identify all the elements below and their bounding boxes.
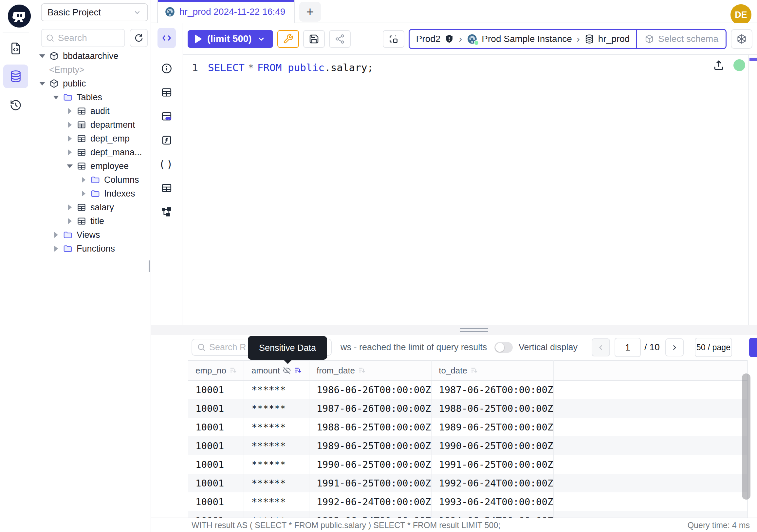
tree-node[interactable]: audit	[31, 104, 150, 118]
table-cell[interactable]: ******	[244, 436, 309, 455]
tree-node[interactable]: department	[31, 118, 150, 132]
info-icon[interactable]	[161, 63, 172, 74]
tree-caret-icon[interactable]	[66, 149, 73, 156]
tree-caret-icon[interactable]	[52, 94, 60, 101]
tree-caret-icon[interactable]	[66, 163, 73, 170]
table-cell[interactable]: ******	[244, 455, 309, 474]
vertical-display-toggle[interactable]	[495, 342, 513, 353]
table-cell[interactable]: 10001	[188, 474, 244, 492]
table-cell[interactable]: 1992-06-24T00:00:00Z	[309, 492, 431, 511]
tree-caret-icon[interactable]	[52, 231, 60, 238]
table-cell[interactable]: 1993-06-24T00:00:00Z	[309, 511, 431, 517]
share-button[interactable]	[329, 30, 351, 48]
select-schema-button[interactable]: Select schema	[637, 30, 726, 48]
table-cell[interactable]: 10001	[188, 455, 244, 474]
tree-caret-icon[interactable]	[39, 66, 46, 73]
tree-node[interactable]: Columns	[31, 173, 150, 187]
table-cell[interactable]: 1989-06-25T00:00:00Z	[431, 418, 553, 436]
tree-node[interactable]: Functions	[31, 242, 150, 256]
table-cell[interactable]: 10001	[188, 436, 244, 455]
table-cell[interactable]: 1991-06-25T00:00:00Z	[309, 474, 431, 492]
table-icon[interactable]	[161, 86, 172, 98]
table-cell[interactable]: ******	[244, 474, 309, 492]
table-cell[interactable]: 1993-06-24T00:00:00Z	[431, 492, 553, 511]
code-panel-toggle[interactable]	[158, 28, 176, 48]
table-row[interactable]: 10001******1988-06-25T00:00:00Z1989-06-2…	[188, 418, 747, 436]
tree-refresh-button[interactable]	[130, 29, 148, 47]
table-cell[interactable]: 1990-06-25T00:00:00Z	[309, 455, 431, 474]
table-cell[interactable]: ******	[244, 399, 309, 418]
table-cell[interactable]: ******	[244, 492, 309, 511]
editor-scrollbar[interactable]	[748, 55, 757, 325]
connection-breadcrumb[interactable]: Prod2 › Prod Sample Instance › hr_prod	[409, 30, 637, 48]
tree-node[interactable]: salary	[31, 201, 150, 214]
new-tab-button[interactable]: +	[299, 2, 321, 22]
table-cell[interactable]: 1986-06-26T00:00:00Z	[309, 380, 431, 399]
schema-diagram-icon[interactable]	[161, 206, 172, 218]
batch-query-button[interactable]	[383, 30, 404, 48]
table-cell[interactable]: 10001	[188, 418, 244, 436]
table-cell[interactable]: 1987-06-26T00:00:00Z	[309, 399, 431, 418]
table-cell[interactable]: 1992-06-24T00:00:00Z	[431, 474, 553, 492]
table-cell[interactable]: 1987-06-26T00:00:00Z	[431, 380, 553, 399]
column-header-emp_no[interactable]: emp_no	[188, 361, 244, 380]
table-cell[interactable]: 10001	[188, 511, 244, 517]
save-button[interactable]	[303, 30, 325, 48]
next-page-button[interactable]	[665, 338, 684, 357]
tree-node[interactable]: dept_mana...	[31, 145, 150, 159]
function-icon[interactable]	[161, 134, 172, 146]
table-cell[interactable]: 1988-06-25T00:00:00Z	[309, 418, 431, 436]
table-cell[interactable]: 1990-06-25T00:00:00Z	[431, 436, 553, 455]
sql-editor[interactable]: 1 SELECT*FROM public.salary;	[183, 55, 748, 325]
bytebase-logo[interactable]	[8, 5, 31, 27]
tree-node[interactable]: employee	[31, 159, 150, 173]
tree-caret-icon[interactable]	[39, 80, 46, 87]
tree-caret-icon[interactable]	[66, 135, 73, 142]
tree-node[interactable]: public	[31, 77, 150, 90]
tree-node[interactable]: title	[31, 214, 150, 228]
user-avatar[interactable]: DE	[731, 4, 751, 25]
page-size-select[interactable]: 50 / page	[695, 338, 732, 357]
table-cell[interactable]: 1989-06-25T00:00:00Z	[309, 436, 431, 455]
table-row[interactable]: 10001******1992-06-24T00:00:00Z1993-06-2…	[188, 492, 747, 511]
tree-node[interactable]: Views	[31, 228, 150, 242]
table-secondary-icon[interactable]	[161, 182, 172, 194]
tree-caret-icon[interactable]	[66, 218, 73, 225]
project-selector[interactable]: Basic Project	[41, 3, 148, 21]
tree-caret-icon[interactable]	[80, 176, 87, 183]
table-row[interactable]: 10001******1991-06-25T00:00:00Z1992-06-2…	[188, 474, 747, 492]
table-cell[interactable]: 1988-06-25T00:00:00Z	[431, 399, 553, 418]
table-cell[interactable]: ******	[244, 418, 309, 436]
upload-icon[interactable]	[712, 59, 725, 72]
results-scrollbar[interactable]	[742, 373, 750, 500]
parentheses-icon[interactable]: ()	[161, 158, 172, 170]
tree-caret-icon[interactable]	[66, 108, 73, 115]
table-cell[interactable]: 1994-06-24T00:00:00Z	[431, 511, 553, 517]
format-wrench-button[interactable]	[277, 30, 299, 48]
table-row[interactable]: 10001******1989-06-25T00:00:00Z1990-06-2…	[188, 436, 747, 455]
tree-caret-icon[interactable]	[80, 190, 87, 197]
tree-caret-icon[interactable]	[39, 52, 46, 60]
tree-node[interactable]: Indexes	[31, 187, 150, 201]
column-header-to_date[interactable]: to_date	[431, 361, 553, 380]
table-cell[interactable]: 10001	[188, 492, 244, 511]
table-cell[interactable]: 10001	[188, 380, 244, 399]
table-cell[interactable]: 10001	[188, 399, 244, 418]
table-search-icon[interactable]	[161, 110, 172, 122]
export-button[interactable]	[749, 338, 757, 357]
tree-search-input[interactable]	[58, 33, 120, 43]
table-cell[interactable]: 1991-06-25T00:00:00Z	[431, 455, 553, 474]
table-cell[interactable]: ******	[244, 380, 309, 399]
ai-assistant-button[interactable]	[731, 29, 752, 49]
worksheet-tab[interactable]: hr_prod 2024-11-22 16:49	[157, 0, 295, 23]
worksheet-nav-button[interactable]	[3, 37, 28, 60]
tree-node[interactable]: dept_emp	[31, 132, 150, 145]
table-row[interactable]: 10001******1993-06-24T00:00:00Z1994-06-2…	[188, 511, 747, 517]
tree-node[interactable]: Tables	[31, 90, 150, 104]
history-nav-button[interactable]	[3, 93, 28, 117]
table-cell[interactable]: ******	[244, 511, 309, 517]
tree-caret-icon[interactable]	[66, 121, 73, 128]
database-nav-button[interactable]	[3, 65, 28, 88]
table-row[interactable]: 10001******1990-06-25T00:00:00Z1991-06-2…	[188, 455, 747, 474]
prev-page-button[interactable]	[591, 338, 610, 357]
